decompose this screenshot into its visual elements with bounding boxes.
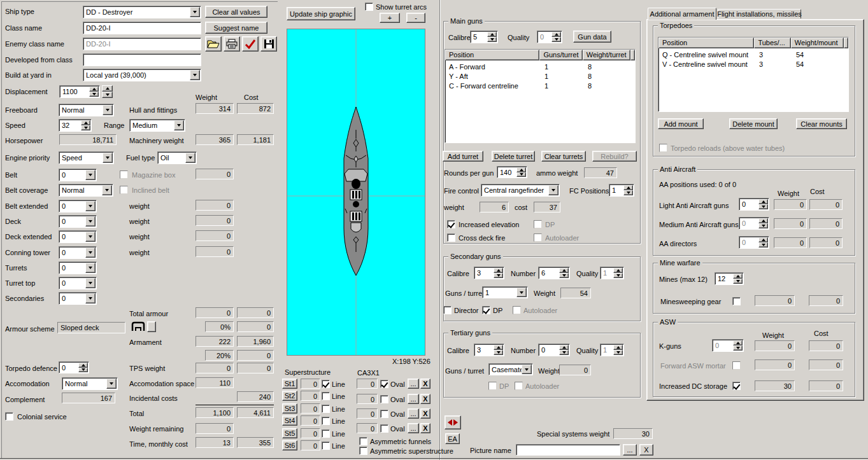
asymmetric-superstructure-checkbox[interactable] <box>359 447 367 455</box>
dropdown-button[interactable] <box>85 247 96 258</box>
spin-down-button[interactable] <box>102 92 113 98</box>
spin-up-button[interactable] <box>733 340 743 345</box>
spin-up-button[interactable] <box>623 185 633 190</box>
developed-from-input[interactable] <box>83 53 201 66</box>
spin-up-button[interactable] <box>758 218 768 223</box>
st5-button[interactable]: St5 <box>282 428 297 438</box>
spin-down-button[interactable] <box>758 204 768 209</box>
fire-control-select[interactable]: Central rangefinder <box>481 184 560 197</box>
update-ship-graphic-button[interactable]: Update ship graphic <box>287 7 355 20</box>
spin-down-button[interactable] <box>559 273 569 278</box>
armour-scheme-picker-button[interactable] <box>147 321 156 332</box>
torpedo-mounts-table[interactable]: Position Tubes/... Weight/mount Q - Cent… <box>658 37 849 112</box>
belt-extended-select[interactable]: 0 <box>59 200 97 213</box>
spin-down-button[interactable] <box>613 350 623 355</box>
picture-clear-button[interactable]: X <box>639 444 653 456</box>
fc-positions-spinner[interactable]: 1 <box>609 184 634 197</box>
spin-up-button[interactable] <box>758 237 768 242</box>
spin-down-button[interactable] <box>758 223 768 228</box>
spin-up-button[interactable] <box>516 167 526 172</box>
deck-select[interactable]: 0 <box>59 215 97 228</box>
colonial-service-checkbox[interactable] <box>5 412 13 421</box>
delete-turret-button[interactable]: Delete turret <box>492 151 535 162</box>
dropdown-button[interactable] <box>85 293 96 303</box>
freeboard-select[interactable]: Normal <box>59 104 114 116</box>
light-aa-spinner[interactable]: 0 <box>739 198 769 211</box>
add-mount-button[interactable]: Add mount <box>658 118 704 129</box>
zoom-in-button[interactable]: + <box>380 13 400 23</box>
spin-up-button[interactable] <box>559 268 569 273</box>
tubes-column-header[interactable]: Tubes/... <box>754 38 790 48</box>
dropdown-button[interactable] <box>106 379 117 389</box>
cross-deck-fire-checkbox[interactable] <box>447 233 455 242</box>
ship-type-select[interactable]: DD - Destroyer <box>83 6 201 18</box>
add-turret-button[interactable]: Add turret <box>443 151 483 162</box>
fuel-type-select[interactable]: Oil <box>157 151 197 164</box>
oval2-delete-button[interactable]: X <box>420 394 430 404</box>
accomodation-select[interactable]: Normal <box>62 377 118 390</box>
spin-down-button[interactable] <box>559 350 569 355</box>
picture-browse-button[interactable]: ... <box>623 444 637 456</box>
spin-down-button[interactable] <box>733 279 743 284</box>
secondary-dp-checkbox[interactable] <box>482 306 490 314</box>
oval3-browse-button[interactable]: ... <box>408 408 419 419</box>
spin-up-button[interactable] <box>78 363 88 368</box>
spin-up-button[interactable] <box>559 345 569 350</box>
oval2-checkbox[interactable] <box>380 395 388 403</box>
dropdown-button[interactable] <box>85 263 96 273</box>
st5-line-checkbox[interactable] <box>322 429 330 438</box>
tab-flight-installations[interactable]: Flight installations, missiles <box>718 9 801 18</box>
oval3-checkbox[interactable] <box>380 410 388 418</box>
validate-button[interactable] <box>242 36 259 52</box>
ship-graphic-canvas[interactable] <box>287 29 425 356</box>
table-row[interactable]: A - Forward18 <box>445 62 635 71</box>
dropdown-button[interactable] <box>185 153 196 163</box>
spin-down-button[interactable] <box>494 350 503 355</box>
turret-top-select[interactable]: 0 <box>59 277 97 289</box>
tertiary-quality-spinner[interactable]: 1 <box>600 344 624 356</box>
displacement-fine-spinner[interactable] <box>102 85 113 98</box>
clear-mounts-button[interactable]: Clear mounts <box>796 118 847 129</box>
main-guns-table[interactable]: Position Guns/turret Weight/turret A - F… <box>445 49 636 143</box>
picture-name-input[interactable] <box>516 444 620 456</box>
st4-line-checkbox[interactable] <box>322 417 330 425</box>
dropdown-button[interactable] <box>190 70 200 80</box>
asymmetric-funnels-checkbox[interactable] <box>359 437 367 445</box>
minesweeping-gear-checkbox[interactable] <box>732 297 741 305</box>
spin-up-button[interactable] <box>551 32 561 37</box>
tab-additional-armament[interactable]: Additional armament <box>648 8 716 20</box>
torpedo-defence-spinner[interactable]: 0 <box>59 361 89 373</box>
dropdown-button[interactable] <box>102 185 112 195</box>
table-row[interactable]: Y - Aft18 <box>445 71 635 81</box>
main-calibre-spinner[interactable]: 5 <box>470 31 498 43</box>
st1-button[interactable]: St1 <box>282 379 297 389</box>
oval1-checkbox[interactable] <box>380 380 388 388</box>
dropdown-button[interactable] <box>85 278 96 288</box>
zoom-out-button[interactable]: - <box>406 13 425 23</box>
secondary-quality-spinner[interactable]: 1 <box>600 267 624 279</box>
conning-tower-select[interactable]: 0 <box>59 246 97 259</box>
spin-up-button[interactable] <box>494 268 503 273</box>
dropdown-button[interactable] <box>522 365 532 374</box>
tertiary-number-spinner[interactable]: 0 <box>538 344 570 356</box>
secondary-number-spinner[interactable]: 6 <box>538 267 570 279</box>
oval4-checkbox[interactable] <box>380 424 388 433</box>
st2-button[interactable]: St2 <box>282 391 297 401</box>
build-yard-select[interactable]: Local yard (39,000) <box>83 69 201 81</box>
spin-up-button[interactable] <box>733 274 743 279</box>
guns-turret-column-header[interactable]: Guns/turret <box>539 50 582 60</box>
spin-up-button[interactable] <box>487 32 497 37</box>
table-row[interactable]: C - Forward centreline18 <box>445 81 635 90</box>
delete-mount-button[interactable]: Delete mount <box>729 118 778 129</box>
spin-down-button[interactable] <box>551 37 561 42</box>
dropdown-button[interactable] <box>174 120 184 130</box>
spin-up-button[interactable] <box>613 345 623 350</box>
range-select[interactable]: Medium <box>129 119 185 132</box>
secondary-guns-turret-select[interactable]: 1 <box>482 286 528 298</box>
mines-spinner[interactable]: 12 <box>715 272 744 285</box>
dropdown-button[interactable] <box>85 216 96 227</box>
secondaries-select[interactable]: 0 <box>59 292 97 305</box>
st4-button[interactable]: St4 <box>282 415 297 426</box>
table-row[interactable]: V - Centreline swivel mount354 <box>658 59 848 69</box>
oval1-delete-button[interactable]: X <box>420 379 430 389</box>
